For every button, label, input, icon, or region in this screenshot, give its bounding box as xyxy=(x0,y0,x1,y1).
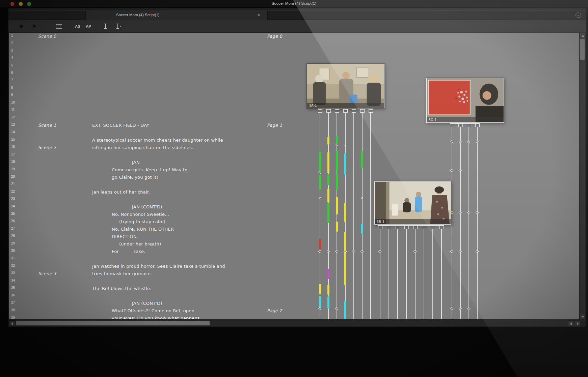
sync-segment[interactable] xyxy=(327,296,329,309)
sync-segment[interactable] xyxy=(327,188,329,203)
take-tab[interactable] xyxy=(326,109,331,113)
sync-segment[interactable] xyxy=(344,203,346,222)
sync-segment[interactable] xyxy=(319,175,321,190)
script-line-text[interactable]: Jan leaps out of her chair. xyxy=(92,189,150,197)
take-line[interactable] xyxy=(460,127,461,319)
take-tab[interactable] xyxy=(439,226,444,229)
take-tab[interactable] xyxy=(387,226,391,229)
vertical-scrollbar[interactable] xyxy=(579,33,585,319)
script-line-text[interactable]: The Ref blows the whistle. xyxy=(92,286,152,293)
take-tab[interactable] xyxy=(467,124,471,127)
auto-sync-button[interactable]: AS xyxy=(74,23,81,30)
script-line-text[interactable]: (trying to stay calm) xyxy=(119,219,165,226)
tab-overflow-button[interactable]: ⌄ xyxy=(576,12,581,18)
sync-segment[interactable] xyxy=(361,224,363,234)
sync-segment[interactable] xyxy=(327,269,329,279)
take-line[interactable] xyxy=(353,113,354,319)
script-line-text[interactable]: sitting in her camping chair on the side… xyxy=(92,145,193,152)
clip-thumbnail-3a1[interactable]: 3A-1 xyxy=(307,64,384,108)
script-line-text[interactable]: (under her breath) xyxy=(119,241,161,249)
sync-segment[interactable] xyxy=(336,197,338,214)
take-tab[interactable] xyxy=(475,124,480,127)
sync-segment[interactable] xyxy=(336,222,338,232)
take-tab[interactable] xyxy=(378,226,382,229)
take-line[interactable] xyxy=(370,113,371,319)
script-line-text[interactable]: What? Offsides?! Come on Ref, open xyxy=(112,308,194,315)
horizontal-scroll-thumb[interactable] xyxy=(16,321,210,325)
script-content[interactable]: 3A-1 xyxy=(9,33,580,319)
take-line[interactable] xyxy=(415,229,416,319)
take-line[interactable] xyxy=(452,127,452,319)
take-line[interactable] xyxy=(477,127,478,319)
take-tab[interactable] xyxy=(335,109,339,113)
sync-segment[interactable] xyxy=(319,239,321,249)
sync-segment[interactable] xyxy=(336,151,338,172)
sync-segment[interactable] xyxy=(319,151,321,173)
take-line[interactable] xyxy=(389,229,389,319)
scroll-down-arrow[interactable] xyxy=(580,314,585,319)
script-line-text[interactable]: A stereotypical soccer mom cheers her da… xyxy=(92,137,223,145)
take-tab[interactable] xyxy=(360,109,365,113)
script-line-text[interactable]: JAN xyxy=(132,160,140,167)
scroll-left-arrow[interactable] xyxy=(9,320,15,326)
sync-segment[interactable] xyxy=(327,174,329,185)
script-line-text[interactable]: For sake. xyxy=(112,249,145,256)
horizontal-scrollbar[interactable] xyxy=(9,320,580,326)
scene-label[interactable]: Scene 2 xyxy=(38,145,56,152)
tab-script[interactable]: Soccer Mom (4) Script(1) × xyxy=(85,11,268,20)
scene-label[interactable]: Scene 0 xyxy=(38,33,56,41)
scene-label[interactable]: Scene 3 xyxy=(38,271,56,278)
sync-segment[interactable] xyxy=(327,285,329,295)
view-columns-button[interactable] xyxy=(55,23,63,30)
take-tab[interactable] xyxy=(318,109,322,113)
take-line[interactable] xyxy=(469,127,469,319)
play-button[interactable] xyxy=(31,23,38,30)
take-tab[interactable] xyxy=(450,124,454,127)
take-line[interactable] xyxy=(380,229,380,319)
script-line-text[interactable]: JAN (CONT'D) xyxy=(132,204,162,211)
scroll-right-arrow[interactable] xyxy=(574,320,580,326)
take-line[interactable] xyxy=(432,229,433,319)
take-tab[interactable] xyxy=(369,109,373,113)
take-line[interactable] xyxy=(406,229,407,319)
sync-segment[interactable] xyxy=(319,284,321,294)
script-line-text[interactable]: EXT. SOCCER FIELD - DAY xyxy=(92,122,150,130)
vertical-scroll-thumb[interactable] xyxy=(580,39,585,60)
take-line[interactable] xyxy=(424,229,424,319)
sync-segment[interactable] xyxy=(336,174,338,190)
script-line-text[interactable]: No, Claire. RUN THE OTHER xyxy=(112,226,174,234)
take-line[interactable] xyxy=(441,229,442,319)
script-line-text[interactable]: Jan watches in proud horror. Sees Claire… xyxy=(92,263,225,271)
text-cursor-alt-button[interactable] xyxy=(115,23,121,30)
script-line-text[interactable]: tries to mask her grimace. xyxy=(92,271,152,278)
tab-close-icon[interactable]: × xyxy=(257,12,260,18)
take-tab[interactable] xyxy=(396,226,400,229)
sync-segment[interactable] xyxy=(344,232,346,285)
take-tab[interactable] xyxy=(343,109,348,113)
script-line-text[interactable]: go Claire, you got it! xyxy=(112,174,158,182)
record-button[interactable] xyxy=(18,23,25,30)
clip-thumbnail-3b1[interactable]: 3B-1 xyxy=(374,181,451,225)
script-line-text[interactable]: No. Nononono! Sweetie... xyxy=(112,211,169,219)
script-line-text[interactable]: JAN (CONT'D) xyxy=(132,300,162,308)
take-tab[interactable] xyxy=(422,226,426,229)
take-tab[interactable] xyxy=(431,226,435,229)
sync-segment[interactable] xyxy=(319,296,321,309)
auto-play-button[interactable]: AP xyxy=(85,23,92,30)
take-line[interactable] xyxy=(362,113,363,319)
sync-segment[interactable] xyxy=(336,136,338,143)
sync-segment[interactable] xyxy=(344,153,346,175)
clip-thumbnail-3c1[interactable]: 3C-1 xyxy=(426,78,504,123)
scroll-up-arrow[interactable] xyxy=(580,33,585,38)
text-cursor-button[interactable] xyxy=(103,23,108,30)
take-tab[interactable] xyxy=(352,109,356,113)
scroll-left-arrow-right-end[interactable] xyxy=(568,320,574,326)
script-line-text[interactable]: DIRECTION. xyxy=(112,234,138,241)
take-line[interactable] xyxy=(397,229,398,319)
script-line-text[interactable]: Come on girls. Keep it up! Way to xyxy=(112,167,187,174)
take-tab[interactable] xyxy=(413,226,418,229)
sync-segment[interactable] xyxy=(327,152,329,173)
sync-segment[interactable] xyxy=(344,301,346,319)
scene-label[interactable]: Scene 1 xyxy=(38,122,56,130)
take-tab[interactable] xyxy=(458,124,463,127)
